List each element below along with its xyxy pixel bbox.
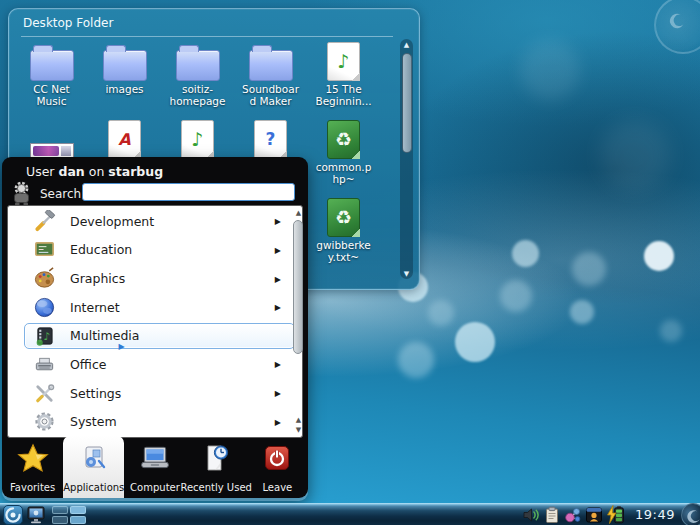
backup-file-icon: ♻ xyxy=(327,120,360,159)
audio-file-icon: ♪ xyxy=(327,42,360,81)
kickoff-launcher-button[interactable] xyxy=(3,505,23,525)
folder-icon xyxy=(103,50,147,81)
star-icon xyxy=(17,442,49,474)
desktop-item-cc-net-music[interactable]: CC Net Music xyxy=(15,37,88,115)
bokeh-glow xyxy=(520,40,580,100)
panel-toolbox-cashew-icon[interactable] xyxy=(681,503,700,525)
menu-scrollbar[interactable]: ▲ ▲ ▼ xyxy=(292,207,305,436)
submenu-arrow-icon: ▶ xyxy=(119,341,125,350)
submenu-arrow-icon: ▶ xyxy=(275,217,281,226)
computer-icon xyxy=(139,442,171,474)
battery-charging-icon[interactable] xyxy=(606,505,628,524)
show-desktop-icon[interactable] xyxy=(26,505,46,525)
menu-item-system[interactable]: System ▶ xyxy=(8,407,302,436)
desktop-item-label: common.php~ xyxy=(314,161,374,185)
service-molecule-icon[interactable] xyxy=(564,506,582,524)
submenu-arrow-icon: ▶ xyxy=(275,245,281,254)
scroll-up-icon[interactable]: ▲ xyxy=(400,41,413,49)
multimedia-icon: ♪ xyxy=(32,324,56,348)
bokeh-glow xyxy=(500,280,532,312)
hostname: starbug xyxy=(108,164,163,179)
search-input[interactable] xyxy=(82,183,295,201)
virtual-desktop-pager[interactable] xyxy=(52,506,86,524)
kickoff-category-list: Development ▶ Education ▶ xyxy=(7,205,303,438)
submenu-arrow-icon: ▶ xyxy=(275,360,281,369)
desktop-item-soundboard-maker[interactable]: Soundboard Maker xyxy=(234,37,307,115)
clipboard-icon[interactable] xyxy=(543,506,561,524)
desktop-item-label: soitiz-homepage xyxy=(168,83,228,107)
internet-icon xyxy=(32,295,56,319)
recent-documents-icon xyxy=(201,442,231,474)
svg-text:♪: ♪ xyxy=(43,331,50,343)
bokeh-glow xyxy=(644,241,674,271)
tab-recently-used[interactable]: Recently Used xyxy=(186,436,247,498)
desktop-item-15-the-beginning[interactable]: ♪ 15 The Beginnin... xyxy=(307,37,380,115)
menu-item-office[interactable]: Office ▶ xyxy=(8,350,302,379)
desktop-item-label: Soundboard Maker xyxy=(241,83,301,107)
bokeh-glow xyxy=(600,120,670,190)
volume-icon[interactable] xyxy=(522,506,540,524)
folder-icon xyxy=(249,50,293,81)
bokeh-glow xyxy=(398,342,434,378)
menu-item-internet[interactable]: Internet ▶ xyxy=(8,293,302,322)
pager-desktop-1[interactable] xyxy=(52,506,68,514)
scroll-up-icon[interactable]: ▲ xyxy=(292,416,305,424)
kickoff-user-line: User dan on starbug xyxy=(26,164,163,179)
backup-file-icon: ♻ xyxy=(327,198,360,237)
unknown-file-icon: ? xyxy=(254,120,287,159)
bokeh-glow xyxy=(570,300,594,324)
pager-desktop-2[interactable] xyxy=(70,506,86,514)
search-label: Search: xyxy=(40,187,85,201)
menu-item-education[interactable]: Education ▶ xyxy=(8,236,302,265)
pager-desktop-3[interactable] xyxy=(52,516,68,524)
submenu-arrow-icon: ▶ xyxy=(275,274,281,283)
kickoff-menu: User dan on starbug Search: Development … xyxy=(2,157,308,498)
development-icon xyxy=(32,209,56,233)
office-icon xyxy=(32,352,56,376)
system-icon xyxy=(32,410,56,434)
audio-file-icon: ♪ xyxy=(181,120,214,159)
desktop-item-soitiz-homepage[interactable]: soitiz-homepage xyxy=(161,37,234,115)
pager-desktop-4[interactable] xyxy=(70,516,86,524)
tab-applications[interactable]: Applications xyxy=(63,436,124,498)
digital-clock[interactable]: 19:49 xyxy=(635,507,675,522)
desktop-item-label: 15 The Beginnin... xyxy=(314,83,374,107)
submenu-arrow-icon: ▶ xyxy=(275,417,281,426)
bokeh-glow xyxy=(512,240,539,267)
kickoff-tab-bar: Favorites Applications xyxy=(2,436,308,498)
submenu-arrow-icon: ▶ xyxy=(275,389,281,398)
bokeh-glow xyxy=(660,320,682,342)
folder-icon xyxy=(176,50,220,81)
graphics-icon xyxy=(32,267,56,291)
desktop-item-label: images xyxy=(95,83,155,95)
desktop-item-gwibberkey-txt[interactable]: ♻ gwibberkey.txt~ xyxy=(307,193,380,271)
desktop-item-label: CC Net Music xyxy=(22,83,82,107)
tab-computer[interactable]: Computer xyxy=(124,436,185,498)
bokeh-glow xyxy=(428,300,454,326)
folder-view-title: Desktop Folder xyxy=(23,16,113,30)
pdf-file-icon: A xyxy=(108,120,141,159)
scroll-down-icon[interactable]: ▼ xyxy=(292,426,305,434)
menu-item-development[interactable]: Development ▶ xyxy=(8,207,302,236)
settings-icon xyxy=(32,381,56,405)
education-icon xyxy=(32,238,56,262)
menu-item-settings[interactable]: Settings ▶ xyxy=(8,379,302,408)
instant-messenger-icon[interactable] xyxy=(585,506,603,524)
power-icon xyxy=(262,442,292,474)
folder-scrollbar[interactable]: ▲ ▼ xyxy=(400,39,413,279)
bokeh-glow xyxy=(455,322,495,362)
scroll-up-icon[interactable]: ▲ xyxy=(292,209,305,217)
desktop-item-images[interactable]: images xyxy=(88,37,161,115)
menu-item-multimedia[interactable]: ♪ Multimedia ▶ xyxy=(8,322,302,351)
scroll-down-icon[interactable]: ▼ xyxy=(400,270,413,278)
scrollbar-thumb[interactable] xyxy=(293,220,303,354)
username: dan xyxy=(58,164,84,179)
desktop-item-common-php[interactable]: ♻ common.php~ xyxy=(307,115,380,193)
tab-favorites[interactable]: Favorites xyxy=(2,436,63,498)
system-tray: 19:49 xyxy=(522,503,697,525)
taskbar-panel: 19:49 xyxy=(0,503,700,525)
tab-leave[interactable]: Leave xyxy=(247,436,308,498)
scrollbar-thumb[interactable] xyxy=(402,53,412,153)
folder-icon xyxy=(30,50,74,81)
menu-item-graphics[interactable]: Graphics ▶ xyxy=(8,264,302,293)
